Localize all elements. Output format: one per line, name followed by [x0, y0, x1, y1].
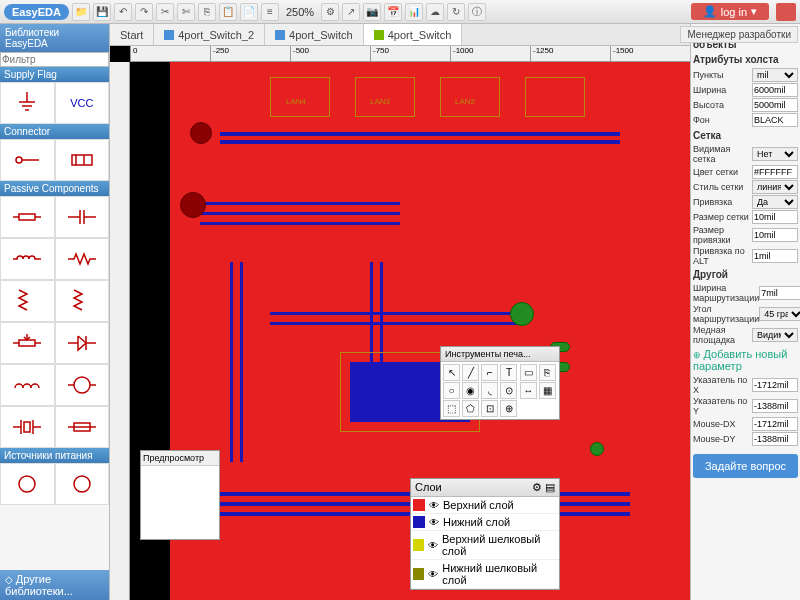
camera-icon[interactable]: 📷 [363, 3, 381, 21]
comp-cap[interactable] [55, 196, 110, 238]
width-input[interactable] [752, 83, 798, 97]
align-icon[interactable]: ≡ [261, 3, 279, 21]
pcb-tools-panel[interactable]: Инструменты печа... ↖ ╱ ⌐ T ▭ ⎘ ○ ◉ ◟ ⊙ … [440, 346, 560, 420]
tool-text[interactable]: T [500, 364, 517, 381]
copy-icon[interactable]: ⎘ [198, 3, 216, 21]
tool-line[interactable]: ╱ [462, 364, 479, 381]
eye-icon[interactable]: 👁 [428, 540, 438, 551]
comp-xtal[interactable] [0, 406, 55, 448]
pcb-canvas[interactable]: 0-250-500-750-1000-1250-1500 LAN4 LAN3 L… [110, 46, 690, 600]
info-icon[interactable]: ⓘ [468, 3, 486, 21]
tool-pad[interactable]: ○ [443, 382, 460, 399]
cat-power[interactable]: Источники питания [0, 448, 109, 463]
menu-button[interactable] [776, 3, 796, 21]
cat-supply[interactable]: Supply Flag [0, 67, 109, 82]
comp-res[interactable] [0, 196, 55, 238]
layer-silk-bottom[interactable]: 👁Нижний шелковый слой [411, 560, 559, 589]
comp-ind[interactable] [0, 238, 55, 280]
tool-rect[interactable]: ▭ [520, 364, 537, 381]
tool-conn[interactable]: ⊡ [481, 400, 498, 417]
dev-manager-link[interactable]: Менеджер разработки [680, 26, 798, 43]
doc-icon[interactable]: 📄 [240, 3, 258, 21]
chart-icon[interactable]: 📊 [405, 3, 423, 21]
gear-icon[interactable]: ⚙ [321, 3, 339, 21]
redo-icon[interactable]: ↷ [135, 3, 153, 21]
tab-start[interactable]: Start [110, 24, 154, 45]
comp-gnd[interactable] [0, 82, 55, 124]
svg-point-18 [74, 377, 90, 393]
cut-icon[interactable]: ✂ [156, 3, 174, 21]
comp-zz2[interactable] [55, 280, 110, 322]
comp-diode[interactable] [55, 322, 110, 364]
folder-icon[interactable]: 📁 [72, 3, 90, 21]
gridcolor-input[interactable] [752, 165, 798, 179]
undo-icon[interactable]: ↶ [114, 3, 132, 21]
tool-origin[interactable]: ⊕ [500, 400, 517, 417]
tool-via[interactable]: ◉ [462, 382, 479, 399]
comp-res2[interactable] [55, 238, 110, 280]
comp-pwr1[interactable] [0, 463, 55, 505]
eye-icon[interactable]: 👁 [429, 517, 439, 528]
tab-switch-sch[interactable]: 4port_Switch [265, 24, 364, 45]
tool-copy[interactable]: ⎘ [539, 364, 556, 381]
height-input[interactable] [752, 98, 798, 112]
routeangle-select[interactable]: 45 град [759, 307, 800, 321]
gridvis-select[interactable]: Нет [752, 147, 798, 161]
preview-panel[interactable]: Предпросмотр [140, 450, 220, 540]
bg-input[interactable] [752, 113, 798, 127]
share-icon[interactable]: ↗ [342, 3, 360, 21]
svg-point-27 [74, 476, 90, 492]
refresh-icon[interactable]: ↻ [447, 3, 465, 21]
layer-top[interactable]: 👁Верхний слой [411, 497, 559, 514]
tool-route[interactable]: ⌐ [481, 364, 498, 381]
gridstyle-select[interactable]: линия [752, 180, 798, 194]
pointer-x: -1712mil [752, 378, 798, 392]
cloud-icon[interactable]: ☁ [426, 3, 444, 21]
comp-vcc[interactable]: VCC [55, 82, 110, 124]
cat-connector[interactable]: Connector [0, 124, 109, 139]
snapsize-input[interactable] [752, 228, 798, 242]
comp-coil[interactable] [0, 364, 55, 406]
comp-pot[interactable] [0, 322, 55, 364]
comp-conn1[interactable] [0, 139, 55, 181]
comp-fuse[interactable] [55, 406, 110, 448]
tool-img[interactable]: ▦ [539, 382, 556, 399]
eye-icon[interactable]: 👁 [429, 500, 439, 511]
add-param-link[interactable]: ⊕ Добавить новый параметр [693, 346, 798, 374]
tab-switch2[interactable]: 4port_Switch_2 [154, 24, 265, 45]
scissors-icon[interactable]: ✄ [177, 3, 195, 21]
calendar-icon[interactable]: 📅 [384, 3, 402, 21]
app-logo[interactable]: EasyEDA [4, 4, 69, 20]
layer-silk-top[interactable]: 👁Верхний шелковый слой [411, 531, 559, 560]
tool-arc[interactable]: ◟ [481, 382, 498, 399]
eye-icon[interactable]: 👁 [428, 569, 438, 580]
other-libs-button[interactable]: ◇ Другие библиотеки... [0, 570, 109, 600]
tool-poly[interactable]: ⬠ [462, 400, 479, 417]
filter-input[interactable] [0, 52, 109, 67]
comp-conn2[interactable] [55, 139, 110, 181]
tool-select[interactable]: ↖ [443, 364, 460, 381]
tab-switch-pcb[interactable]: 4port_Switch [364, 24, 463, 45]
tool-dim[interactable]: ↔ [520, 382, 537, 399]
snap-select[interactable]: Да [752, 195, 798, 209]
comp-zz1[interactable] [0, 280, 55, 322]
layer-bottom[interactable]: 👁Нижний слой [411, 514, 559, 531]
paste-icon[interactable]: 📋 [219, 3, 237, 21]
copper-select[interactable]: Видим [752, 328, 798, 342]
gear-icon[interactable]: ⚙ ▤ [532, 481, 555, 494]
layers-panel[interactable]: Слои⚙ ▤ 👁Верхний слой 👁Нижний слой 👁Верх… [410, 478, 560, 590]
ask-question-button[interactable]: Задайте вопрос [693, 454, 798, 478]
altsnap-input[interactable] [752, 249, 798, 263]
comp-pwr2[interactable] [55, 463, 110, 505]
units-select[interactable]: mil [752, 68, 798, 82]
login-button[interactable]: 👤 log in ▾ [691, 3, 769, 20]
gridsize-input[interactable] [752, 210, 798, 224]
tool-hole[interactable]: ⊙ [500, 382, 517, 399]
comp-led[interactable] [55, 364, 110, 406]
document-tabs: Start 4port_Switch_2 4port_Switch 4port_… [110, 24, 690, 46]
zoom-level[interactable]: 250% [282, 6, 318, 18]
tool-group[interactable]: ⬚ [443, 400, 460, 417]
cat-passive[interactable]: Passive Components [0, 181, 109, 196]
save-icon[interactable]: 💾 [93, 3, 111, 21]
routewidth-input[interactable] [759, 286, 800, 300]
